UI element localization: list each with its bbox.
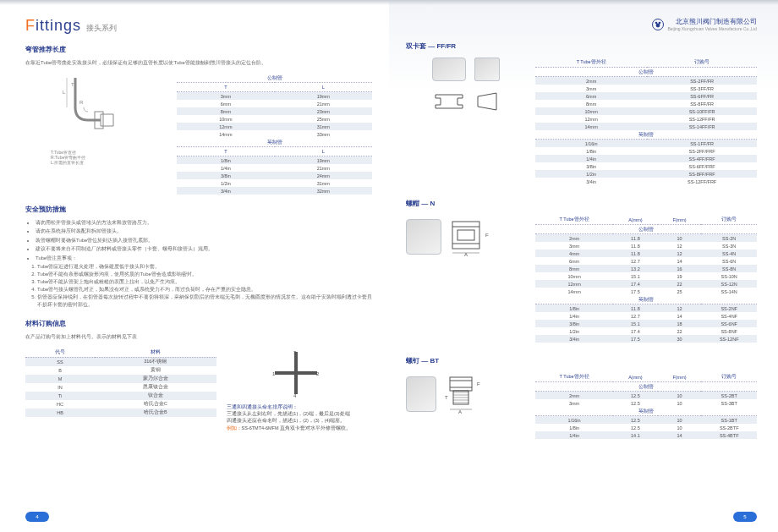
svg-point-13 (656, 23, 660, 27)
table-row: 1/2in17.422SS-8NF (535, 327, 757, 335)
table-row: 12mmSS-12FF/FR (535, 115, 757, 123)
list-item: Tube管应近进行退火处理，确保硬度低于接头和卡套。 (37, 263, 372, 271)
title-en-rest: ittings (36, 17, 81, 34)
table-row: 14mmSS-14FF/FR (535, 123, 757, 130)
table-row: 3/8inSS-6FF/FRF (535, 162, 757, 170)
svg-rect-16 (452, 222, 479, 249)
svg-text:2: 2 (316, 371, 320, 376)
svg-marker-15 (478, 93, 496, 110)
table-row: 10mmSS-10FF/FR (535, 107, 757, 115)
header-left: Fittings 接头系列 (25, 17, 372, 35)
list-item: 建议不要将来自不同制造厂的材料或管接头零件（卡套、螺母和接管头）混用。 (36, 245, 372, 252)
table-row: 2mm11.810SS-2N (535, 234, 757, 243)
svg-text:R: R (79, 100, 84, 105)
table-row: 1/16inSS-1FF/FR (535, 140, 757, 148)
list-item: Tube管不能从管架上拖出或粗糙的表面上拉出，以免产生沟痕。 (37, 278, 372, 286)
svg-text:A: A (458, 409, 462, 414)
sec1-title: 弯管推荐长度 (25, 45, 372, 54)
table-row: M蒙乃尔合金 (25, 375, 216, 383)
plug-photo (406, 376, 436, 412)
table-row: 3/4inSS-12FF/FRF (535, 178, 757, 185)
bend-table: 公制管 TL 3mm19mm6mm21mm8mm23mm10mm25mm12mm… (177, 74, 372, 195)
svg-text:F: F (485, 233, 489, 238)
cross-ln4a: 例如： (227, 425, 242, 431)
table-row: 4mm11.812SS-4N (535, 250, 757, 257)
page-title: Fittings 接头系列 (25, 17, 117, 35)
table-row: IN恩康镍合金 (25, 383, 216, 392)
section-bend-length: 弯管推荐长度 在靠近Tube管弯曲处安装接头时，必须保证有足够的直管长度以使Tu… (25, 45, 372, 195)
table-row: 14mm17.525SS-14N (535, 288, 757, 295)
sec1-desc: 在靠近Tube管弯曲处安装接头时，必须保证有足够的直管长度以使Tube管能接触到… (25, 59, 372, 67)
table-row: 3/8in15.118SS-6NF (535, 320, 757, 327)
table-row: 12mm31mm (177, 123, 372, 130)
cross-ln2: 三通接头从左到右时，先描述(1)，(2)端，最后是(3)处端 (227, 410, 365, 417)
nut-photo (406, 219, 441, 255)
table-row: HB哈氏合金B (25, 409, 216, 417)
cross-ln1: 三通和四通接头命名排序说明： (227, 403, 365, 410)
svg-rect-23 (450, 377, 472, 391)
sec3-desc: 在产品订购号前加上材料代号。表示的材料见下表 (25, 333, 372, 341)
table-row: 6mmSS-6FF/FR (535, 92, 757, 100)
section-nut: 螺帽 — N F A (406, 199, 757, 343)
list-item: 请勿在系统持压时装配和拆卸管接头。 (36, 228, 372, 234)
company-en: Beijing Xiongchuan Valves Manufacture Co… (667, 26, 757, 31)
list-item: Tube管不能有条形或螺旋形沟痕，使用劣质的Tube管会造成影响密封。 (37, 271, 372, 278)
sec2-title: 安全预防措施 (25, 205, 372, 214)
list-item: 切管器应保持锐利，在切管器每次旋转过程中不要切得很深，采納保切割后的管末端无毛刺… (37, 293, 372, 309)
table-row: B黄铜 (25, 366, 216, 375)
table-row: 8mm13.216SS-8N (535, 265, 757, 272)
cross-ln4b: SS-6TMT4-6MFM 直角双卡套对水平外修管螺纹。 (242, 425, 352, 431)
rsec3-title: 螺钉 — BT (406, 356, 757, 365)
table-row: 2mmSS-2FF/FR (535, 77, 757, 85)
table-row: 1/16in12.510SS-1BT (535, 416, 757, 425)
svg-text:F: F (477, 381, 480, 387)
company-logo: 北京熊川阀门制造有限公司 Beijing Xiongchuan Valves M… (652, 17, 757, 31)
table-row: 10mm25mm (177, 115, 372, 123)
table-row: 3mm19mm (177, 92, 372, 101)
page-num-left: 4 (25, 512, 49, 522)
ferrule-photo-2 (474, 58, 500, 81)
table-row: 3/4in32mm (177, 187, 372, 195)
page-num-right: 5 (733, 512, 757, 522)
ferrule-line-diagram (432, 90, 500, 113)
svg-marker-14 (436, 95, 463, 108)
table-row: 1/8in12.510SS-2BTF (535, 424, 757, 431)
table-row: 3/4in17.530SS-12NF (535, 335, 757, 343)
section-material-order: 材料订购信息 在产品订购号前加上材料代号。表示的材料见下表 代号材料 SS316… (25, 319, 372, 431)
section-double-ferrule: 双卡套 — FF/FR T Tube管外径订购号 公制管 (406, 41, 757, 185)
table-row: 14mm33mm (177, 130, 372, 138)
bend-diagram: L T R T:Tube管直径 R:Tube管弯曲半径 L:所需的直管长度 (25, 74, 167, 165)
sec3-title: 材料订购信息 (25, 319, 372, 328)
svg-text:T: T (445, 395, 448, 400)
title-cn: 接头系列 (86, 23, 117, 34)
table-row: 1/4in12.714SS-4NF (535, 312, 757, 320)
table-row: 12mm17.422SS-12N (535, 280, 757, 288)
table-row: 1/2in31mm (177, 179, 372, 187)
material-table: 代号材料 SS316不锈钢B黄铜M蒙乃尔合金IN恩康镍合金Ti钛合金HC哈氏合金… (25, 348, 216, 417)
svg-rect-19 (457, 230, 474, 240)
ferrule-photo-1 (432, 58, 466, 81)
table-row: Ti钛合金 (25, 392, 216, 400)
list-item: Tube管注意事项： (36, 255, 372, 261)
list-item: Tube管与接头螺管孔对正，如果没有对正，或系统受力不均，而过负荷时，存在严重的… (37, 286, 372, 293)
table-row: SS316不锈钢 (25, 357, 216, 366)
safety-numbered: Tube管应近进行退火处理，确保硬度低于接头和卡套。Tube管不能有条形或螺旋形… (25, 263, 372, 309)
svg-text:T: T (71, 82, 74, 87)
table-row: 1/4inSS-4FF/FRF (535, 155, 757, 162)
section-plug: 螺钉 — BT T F A (406, 356, 757, 439)
table-row: 3mmSS-3FF/FR (535, 85, 757, 92)
table-row: 1/8in11.812SS-2NF (535, 304, 757, 313)
safety-bullets: 请勿用松开管接头或管堵头的方法来释放管路压力。请勿在系统持压时装配和拆卸管接头。… (25, 219, 372, 261)
header-right: 北京熊川阀门制造有限公司 Beijing Xiongchuan Valves M… (406, 17, 757, 31)
nut-line-diagram: F A (448, 215, 495, 258)
table-row: 2mm12.510SS-2BT (535, 392, 757, 400)
table-row: 6mm12.714SS-6N (535, 257, 757, 265)
table-row: 3mm12.510SS-3BT (535, 399, 757, 407)
bear-icon (652, 19, 664, 30)
table-row: 10mm15.119SS-10N (535, 272, 757, 280)
table-row: 3mm11.812SS-3N (535, 242, 757, 250)
title-f: F (25, 17, 36, 34)
rsec2-title: 螺帽 — N (406, 199, 757, 208)
table-row: 1/8inSS-2FF/FRF (535, 147, 757, 155)
table-row: HC哈氏合金C (25, 400, 216, 409)
